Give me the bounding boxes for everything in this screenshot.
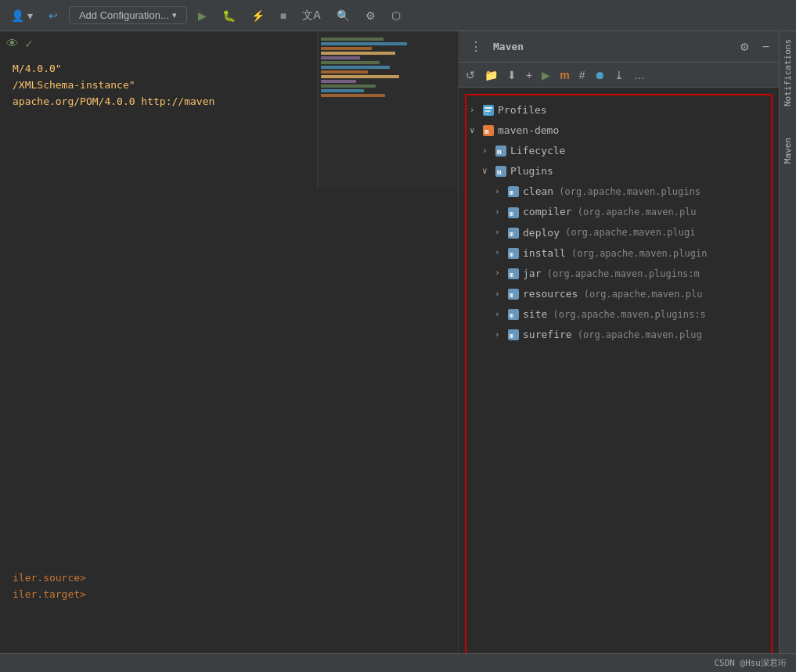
minimap-bar: [321, 75, 399, 78]
tree-item-resources[interactable]: › m resources (org.apache.maven.plu: [466, 284, 771, 304]
svg-text:m: m: [510, 271, 513, 279]
surefire-label-dim: (org.apache.maven.plug: [572, 327, 702, 343]
svg-text:m: m: [510, 332, 513, 340]
svg-text:m: m: [510, 251, 513, 258]
maven-hash-btn[interactable]: #: [575, 66, 589, 84]
maven-tree[interactable]: › Profiles ∨ m: [465, 94, 773, 666]
tree-item-clean[interactable]: › m clean (org.apache.maven.plugins: [466, 181, 771, 202]
plugins-label: Plugins: [510, 163, 553, 180]
dots-menu-btn[interactable]: ⋮: [465, 38, 487, 56]
resources-label: resources: [523, 286, 578, 303]
coverage-btn[interactable]: ⚡: [247, 6, 269, 25]
tree-item-plugins[interactable]: ∨ m Plugins: [466, 161, 771, 181]
minimap-bars: [318, 31, 458, 103]
minimap-bar: [321, 38, 384, 41]
site-label: site: [523, 306, 547, 323]
install-label: install: [523, 245, 566, 262]
jar-label-dim: (org.apache.maven.plugins:m: [541, 266, 699, 282]
maven-more-btn[interactable]: …: [629, 66, 648, 84]
undo-btn[interactable]: ↩: [44, 6, 63, 25]
tree-item-deploy[interactable]: › m deploy (org.apache.maven.plugi: [466, 223, 771, 243]
maven-gear-btn[interactable]: ⚙: [737, 39, 753, 55]
notifications-tab[interactable]: Notifications: [783, 39, 793, 106]
deploy-label-dim: (org.apache.maven.plugi: [560, 225, 695, 240]
code-line: iler.source>: [13, 570, 86, 587]
tree-item-compiler[interactable]: › m compiler (org.apache.maven.plu: [466, 202, 771, 222]
maven-folder-btn[interactable]: 📁: [481, 66, 502, 84]
add-configuration-button[interactable]: Add Configuration... ▾: [69, 6, 187, 24]
jar-icon: m: [507, 268, 520, 280]
right-sidebar: Notifications Maven: [779, 31, 796, 672]
svg-rect-2: [484, 110, 491, 112]
editor-icons: 👁 ✓: [6, 36, 33, 51]
tree-item-maven-demo[interactable]: ∨ m maven-demo: [466, 120, 771, 141]
top-toolbar: 👤 ▾ ↩ Add Configuration... ▾ ▶ 🐛 ⚡ ■ 文A …: [0, 0, 796, 31]
tree-item-install[interactable]: › m install (org.apache.maven.plugin: [466, 243, 771, 264]
maven-refresh-btn[interactable]: ↺: [462, 66, 479, 84]
dropdown-arrow: ▾: [172, 10, 177, 20]
minimap-bar: [321, 56, 360, 59]
sidebar-tabs: Notifications Maven: [780, 31, 796, 164]
chevron-surefire: ›: [495, 328, 504, 343]
add-config-label: Add Configuration...: [79, 9, 169, 21]
minimap-bar: [321, 66, 390, 69]
check-icon[interactable]: ✓: [25, 36, 33, 51]
surefire-label: surefire: [523, 326, 572, 343]
search-btn[interactable]: 🔍: [332, 6, 355, 25]
plugins-icon: m: [495, 165, 507, 178]
status-bar: CSDN @Hsu深君珩: [0, 653, 796, 672]
tree-item-profiles[interactable]: › Profiles: [466, 100, 771, 120]
resources-label-dim: (org.apache.maven.plu: [578, 286, 702, 302]
svg-text:m: m: [510, 231, 513, 238]
resources-icon: m: [507, 288, 520, 300]
tree-item-jar[interactable]: › m jar (org.apache.maven.plugins:m: [466, 264, 771, 284]
translate-btn[interactable]: 文A: [297, 5, 325, 26]
bottom-code: iler.source> iler.target>: [0, 564, 99, 609]
chevron-install: ›: [495, 246, 504, 261]
clean-label: clean: [523, 183, 553, 200]
chevron-jar: ›: [495, 266, 504, 281]
minimap-bar: [321, 94, 385, 97]
minimap-bar: [321, 84, 376, 88]
tree-item-surefire[interactable]: › m surefire (org.apache.maven.plug: [466, 325, 771, 345]
eye-icon[interactable]: 👁: [6, 36, 19, 51]
editor-panel: 👁 ✓ M/4.0.0": [0, 31, 458, 672]
svg-text:m: m: [510, 292, 513, 299]
maven-add-btn[interactable]: +: [522, 66, 536, 84]
maven-circle-btn[interactable]: ⏺: [590, 66, 609, 84]
lifecycle-label: Lifecycle: [510, 142, 565, 160]
debug-btn[interactable]: 🐛: [218, 6, 240, 25]
chevron-maven-demo: ∨: [470, 124, 479, 138]
svg-text:m: m: [497, 168, 502, 176]
maven-collapse-btn[interactable]: ⤓: [611, 66, 628, 84]
tree-item-site[interactable]: › m site (org.apache.maven.plugins:s: [466, 304, 771, 325]
user-btn[interactable]: 👤 ▾: [6, 6, 38, 25]
tree-item-lifecycle[interactable]: › m Lifecycle: [466, 141, 771, 161]
code-text: M/4.0.0": [13, 63, 62, 74]
jetbrains-btn[interactable]: ⬡: [387, 6, 405, 25]
chevron-compiler: ›: [495, 205, 504, 220]
chevron-deploy: ›: [495, 225, 504, 240]
chevron-site: ›: [495, 307, 504, 322]
chevron-plugins: ∨: [482, 164, 492, 179]
maven-close-btn[interactable]: −: [759, 38, 773, 56]
maven-run-btn[interactable]: ▶: [538, 66, 554, 84]
profiles-icon: [482, 104, 495, 117]
site-label-dim: (org.apache.maven.plugins:s: [547, 307, 705, 322]
minimap-bar: [321, 89, 364, 92]
maven-demo-label: maven-demo: [498, 122, 559, 139]
maven-tab[interactable]: Maven: [783, 138, 793, 164]
minimap-bar: [321, 42, 407, 45]
code-text: iler.target>: [13, 588, 86, 600]
settings-btn[interactable]: ⚙: [361, 6, 380, 25]
maven-m-btn[interactable]: m: [556, 66, 573, 84]
stop-btn[interactable]: ■: [276, 6, 291, 25]
maven-toolbar: ↺ 📁 ⬇ + ▶ m # ⏺ ⤓ …: [459, 63, 779, 88]
svg-text:m: m: [484, 128, 489, 135]
run-btn[interactable]: ▶: [193, 6, 211, 25]
chevron-lifecycle: ›: [482, 144, 492, 159]
clean-label-dim: (org.apache.maven.plugins: [553, 184, 701, 199]
svg-text:m: m: [497, 148, 502, 156]
maven-download-btn[interactable]: ⬇: [503, 66, 520, 84]
install-label-dim: (org.apache.maven.plugin: [566, 246, 708, 261]
